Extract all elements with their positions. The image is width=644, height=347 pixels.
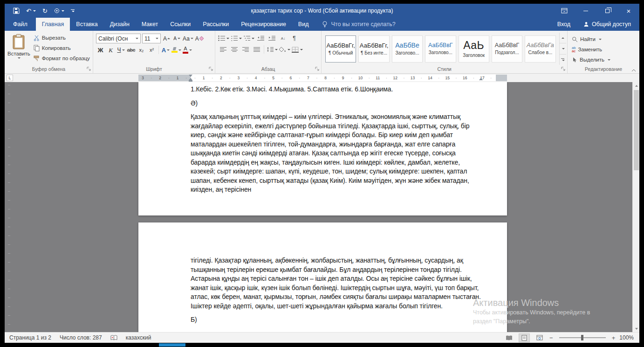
style-item-subtitle[interactable]: АаБбВвГ Подзагол... [492,35,522,62]
tab-layout[interactable]: Макет [136,18,164,31]
grow-font-button[interactable]: А [162,34,171,43]
outdent-button[interactable] [256,34,266,43]
strikethrough-button[interactable]: abc [127,45,136,55]
collapse-ribbon-button[interactable] [631,69,636,72]
font-name-combobox[interactable]: Calibri (Осн [96,34,141,43]
restore-button[interactable] [596,4,618,18]
style-item-normal[interactable]: АаБбВвГг, ¶ Обычный [325,35,356,62]
tab-insert[interactable]: Вставка [70,18,103,31]
scrollbar-thumb[interactable] [634,90,639,170]
style-item-heading1[interactable]: АаБбВе Заголово... [392,35,423,62]
share-button[interactable]: Общий доступ [583,21,631,28]
cut-button[interactable]: Вырезать [32,33,91,42]
clipboard-dialog-launcher[interactable] [87,67,92,72]
borders-button[interactable] [292,45,303,54]
minimize-button[interactable] [575,4,596,18]
sort-button[interactable]: А↓ [278,34,288,43]
undo-button[interactable]: ↶ [26,8,36,14]
zoom-slider-thumb[interactable] [581,335,583,340]
underline-button[interactable]: Ч [116,45,125,55]
shading-button[interactable] [279,45,290,54]
redo-button[interactable]: ↻ [42,8,48,14]
left-indent-marker[interactable] [189,80,192,82]
italic-button[interactable]: К [106,45,115,55]
select-button[interactable]: Выделить [570,55,612,64]
copy-button[interactable]: Копировать [32,43,91,53]
proofing-status-button[interactable] [110,335,117,340]
zoom-level[interactable]: 100% [619,334,634,341]
text-effects-button[interactable]: А [161,45,170,55]
superscript-button[interactable]: x² [147,45,156,55]
styles-scroll-down-button[interactable] [560,43,566,54]
scroll-down-button[interactable] [633,325,639,332]
read-mode-button[interactable] [503,333,514,342]
close-button[interactable]: × [618,4,639,18]
line-spacing-button[interactable] [267,45,278,54]
document-page-2[interactable]: тігіледі. Қазақтар құланның, ақбөкеннің,… [138,222,507,332]
document-page-1[interactable]: 1.Кебіс. 2.Көк етік. 3.Мәсі. 4.Мықшима. … [138,82,507,215]
vertical-ruler[interactable] [5,82,13,332]
tab-stop-selector[interactable]: L [7,75,13,81]
styles-scroll-up-button[interactable] [560,33,566,43]
style-item-title[interactable]: АаЬ Заголовок [459,35,489,62]
styles-gallery-more-button[interactable] [560,55,566,65]
align-left-button[interactable] [218,45,228,54]
show-paragraph-marks-button[interactable]: ¶ [289,34,299,43]
highlight-button[interactable] [171,45,181,55]
zoom-in-button[interactable]: + [612,334,616,341]
font-size-combobox[interactable]: 11 [142,34,161,43]
horizontal-ruler[interactable]: 3·2·1· ·1·2·3·4·5·6·7·8·9·10·11·12·13·14… [138,75,507,81]
zoom-slider[interactable] [559,337,606,338]
bold-button[interactable]: Ж [96,45,105,55]
font-dialog-launcher[interactable] [209,67,214,72]
tell-me-box[interactable]: Что вы хотите сделать? [322,18,395,31]
numbering-button[interactable] [231,34,242,43]
right-indent-marker[interactable] [479,78,483,80]
styles-dialog-launcher[interactable] [561,67,566,72]
align-center-button[interactable] [229,45,239,54]
save-button[interactable] [13,7,20,14]
style-name: ¶ Обычный [329,50,353,56]
clear-formatting-button[interactable]: А [195,34,204,43]
print-layout-button[interactable] [519,333,530,342]
multilevel-list-button[interactable] [243,34,254,43]
tab-home[interactable]: Главная [36,18,70,31]
touch-mode-button[interactable] [54,8,64,14]
sign-in-button[interactable]: Вход [557,21,570,28]
paragraph-dialog-launcher[interactable] [315,67,320,72]
tab-file[interactable]: Файл [5,18,36,31]
subscript-button[interactable]: x₂ [137,45,146,55]
ribbon-display-options-button[interactable] [554,4,575,18]
language-status[interactable]: казахский [126,334,151,341]
word-count-status[interactable]: Число слов: 287 [60,334,102,341]
font-color-button[interactable]: А [183,45,192,55]
web-layout-button[interactable] [534,333,545,342]
replace-button[interactable]: abac Заменить [570,45,612,54]
tab-review[interactable]: Рецензирование [235,18,292,31]
style-item-no-spacing[interactable]: АаБбВвГг, ¶ Без инте... [358,35,389,62]
page-number-status[interactable]: Страница 1 из 2 [9,334,51,341]
shrink-font-button[interactable]: А [172,34,181,43]
tab-view[interactable]: Вид [292,18,315,31]
tab-references[interactable]: Ссылки [164,18,197,31]
align-right-button[interactable] [240,45,250,54]
style-item-heading2[interactable]: АаБбВвГ Заголово... [425,35,456,62]
find-button[interactable]: Найти [570,35,612,44]
tab-mailings[interactable]: Рассылки [197,18,235,31]
customize-qat-button[interactable] [71,9,75,12]
scroll-up-button[interactable] [633,82,639,89]
justify-button[interactable] [252,45,261,54]
first-line-indent-marker[interactable] [189,75,192,77]
style-name: ¶ Без инте... [361,50,387,56]
change-case-button[interactable]: Аа [183,34,193,43]
taskbar-active-app-indicator[interactable] [159,343,185,347]
vertical-scrollbar[interactable] [632,82,639,332]
indent-button[interactable] [267,34,277,43]
format-painter-button[interactable]: Формат по образцу [32,54,91,63]
zoom-out-button[interactable]: − [549,334,553,341]
style-item-subtle-emphasis[interactable]: АаБбВвГа Слабое в... [525,35,555,62]
paste-button[interactable]: Вставить [7,33,30,65]
bullets-button[interactable] [218,34,229,43]
tab-design[interactable]: Дизайн [104,18,136,31]
chevron-down-icon [191,38,193,39]
